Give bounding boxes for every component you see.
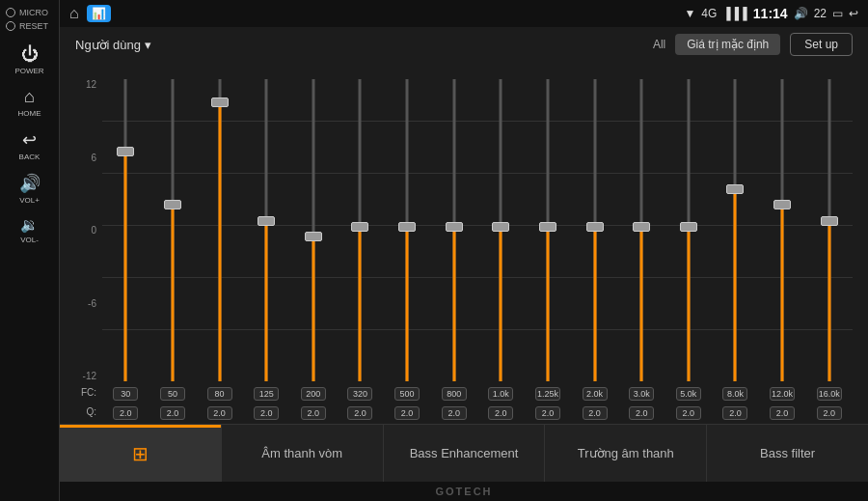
slider-thumb-1.25k[interactable] <box>539 222 556 232</box>
eq-tab-icon: ⊞ <box>132 442 149 465</box>
slider-thumb-200[interactable] <box>305 232 322 241</box>
footer-brand: GOTECH <box>60 482 868 501</box>
slider-thumb-2.0k[interactable] <box>586 222 604 232</box>
slider-thumb-16.0k[interactable] <box>821 216 838 226</box>
volume-level: 22 <box>814 7 827 20</box>
slider-fill-2.0k <box>593 232 596 381</box>
y-label-neg12: -12 <box>75 371 96 381</box>
battery-icon: ▭ <box>832 7 843 20</box>
slider-fill-200 <box>312 241 314 381</box>
slider-thumb-500[interactable] <box>398 222 416 232</box>
back-label: BACK <box>19 153 41 161</box>
slider-fill-320 <box>359 232 362 381</box>
tab-bass-enhancement[interactable]: Bass Enhancement <box>384 425 546 482</box>
eq-sliders-wrap <box>102 70 853 381</box>
power-button[interactable]: ⏻ POWER <box>0 39 59 81</box>
q-badge-80: 2.0 <box>207 406 232 420</box>
fc-cells: 3050801252003205008001.0k1.25k2.0k3.0k5.… <box>102 383 853 401</box>
tab-bass-filter[interactable]: Bass filter <box>707 425 868 482</box>
y-label-12: 12 <box>75 79 96 90</box>
q-cell-125: 2.0 <box>243 403 290 420</box>
back-nav-icon[interactable]: ↩ <box>849 7 858 20</box>
toolbar: Người dùng ▾ All Giá trị mặc định Set up <box>60 27 868 62</box>
slider-fill-16.0k <box>827 226 830 382</box>
slider-col-30 <box>102 70 149 381</box>
q-cell-5.0k: 2.0 <box>665 403 713 420</box>
eq-area: 12 6 0 -6 -12 FC: <box>60 62 868 424</box>
slider-thumb-12.0k[interactable] <box>773 200 791 209</box>
back-icon: ↩ <box>22 129 37 151</box>
slider-fill-1.25k <box>546 232 549 381</box>
y-axis: 12 6 0 -6 -12 <box>75 70 102 381</box>
slider-thumb-1.0k[interactable] <box>492 222 509 232</box>
q-cell-16.0k: 2.0 <box>805 403 853 420</box>
slider-col-1.25k <box>525 70 572 381</box>
reset-label: RESET <box>19 21 48 31</box>
fc-badge-8.0k: 8.0k <box>722 387 747 401</box>
q-badge-5.0k: 2.0 <box>676 406 701 420</box>
back-button[interactable]: ↩ BACK <box>0 124 59 167</box>
fc-badge-5.0k: 5.0k <box>676 387 701 401</box>
q-cell-30: 2.0 <box>102 403 149 420</box>
slider-thumb-5.0k[interactable] <box>680 222 697 232</box>
slider-fill-8.0k <box>734 194 737 381</box>
q-badge-16.0k: 2.0 <box>817 406 842 420</box>
slider-col-16.0k <box>805 70 853 381</box>
power-label: POWER <box>14 67 43 75</box>
tab-surround[interactable]: Âm thanh vòm <box>222 425 384 482</box>
setup-button[interactable]: Set up <box>790 33 853 56</box>
reset-radio[interactable]: RESET <box>6 21 53 31</box>
fc-badge-1.25k: 1.25k <box>535 387 560 401</box>
q-badge-200: 2.0 <box>301 406 326 420</box>
volume-icon: 🔊 <box>794 7 808 20</box>
q-cell-3.0k: 2.0 <box>618 403 665 420</box>
fc-badge-200: 200 <box>301 387 326 401</box>
q-cell-1.0k: 2.0 <box>477 403 525 420</box>
slider-thumb-8.0k[interactable] <box>726 184 744 194</box>
slider-thumb-80[interactable] <box>211 97 229 107</box>
slider-thumb-50[interactable] <box>164 200 181 209</box>
user-dropdown[interactable]: Người dùng ▾ <box>75 38 151 52</box>
q-cell-12.0k: 2.0 <box>759 403 806 420</box>
vol-down-button[interactable]: 🔉 VOL- <box>0 210 59 250</box>
slider-thumb-800[interactable] <box>446 222 463 232</box>
status-bar: ⌂ 📊 ▼ 4G ▐▐▐ 11:14 🔊 22 ▭ ↩ <box>60 0 868 27</box>
fc-cell-30: 30 <box>102 383 149 401</box>
slider-col-1.0k <box>477 70 525 381</box>
bass-enhancement-tab-label: Bass Enhancement <box>410 446 519 460</box>
fc-badge-3.0k: 3.0k <box>629 387 654 401</box>
home-button[interactable]: ⌂ HOME <box>0 81 59 124</box>
slider-fill-800 <box>452 232 455 381</box>
fc-cell-5.0k: 5.0k <box>665 383 713 401</box>
micro-radio[interactable]: MICRO <box>6 8 53 17</box>
fc-cell-200: 200 <box>290 383 338 401</box>
slider-thumb-30[interactable] <box>117 147 134 156</box>
fc-badge-30: 30 <box>113 387 138 401</box>
q-cell-8.0k: 2.0 <box>712 403 759 420</box>
vol-up-button[interactable]: 🔊 VOL+ <box>0 167 59 210</box>
slider-fill-3.0k <box>640 232 643 381</box>
fc-cell-800: 800 <box>430 383 477 401</box>
slider-thumb-3.0k[interactable] <box>633 222 650 232</box>
brand-name: GOTECH <box>435 486 492 497</box>
q-badge-30: 2.0 <box>113 406 138 420</box>
q-cell-800: 2.0 <box>430 403 477 420</box>
fc-cell-2.0k: 2.0k <box>571 383 618 401</box>
fc-badge-2.0k: 2.0k <box>583 387 608 401</box>
status-home-icon: ⌂ <box>69 5 79 22</box>
left-sidebar: MICRO RESET ⏻ POWER ⌂ HOME ↩ BACK 🔊 VOL+… <box>0 0 60 501</box>
fc-cell-1.0k: 1.0k <box>477 383 525 401</box>
slider-thumb-125[interactable] <box>258 216 275 226</box>
q-cell-500: 2.0 <box>384 403 431 420</box>
y-label-neg6: -6 <box>75 298 96 309</box>
q-row-label: Q: <box>75 406 102 417</box>
fc-badge-16.0k: 16.0k <box>817 387 842 401</box>
q-badge-1.0k: 2.0 <box>488 406 513 420</box>
tab-sound-field[interactable]: Trường âm thanh <box>545 425 707 482</box>
tab-bar: ⊞ Âm thanh vòm Bass Enhancement Trường â… <box>60 424 868 482</box>
default-values-button[interactable]: Giá trị mặc định <box>675 34 780 55</box>
tab-eq[interactable]: ⊞ <box>60 425 222 482</box>
fc-badge-800: 800 <box>442 387 467 401</box>
slider-thumb-320[interactable] <box>351 222 368 232</box>
sound-field-tab-label: Trường âm thanh <box>578 446 674 460</box>
